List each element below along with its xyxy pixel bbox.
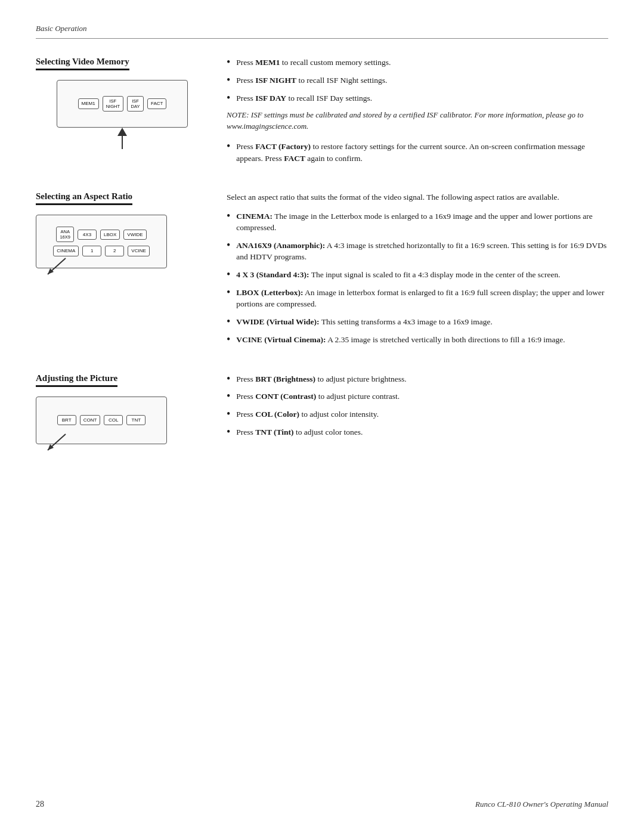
btn-isf-day: ISFDAY: [127, 96, 144, 112]
bullet-tnt-text: Press TNT (Tint) to adjust color tones.: [236, 426, 363, 438]
bullet-vwide: VWIDE (Virtual Wide): This setting trans…: [227, 316, 608, 328]
btn-2: 2: [105, 246, 124, 256]
page-header: Basic Operation: [36, 24, 608, 33]
bullet-cont-text: Press CONT (Contrast) to adjust picture …: [236, 391, 400, 402]
section-right-video-memory: Press MEM1 to recall custom memory setti…: [221, 57, 608, 170]
bullet-brt-text: Press BRT (Brightness) to adjust picture…: [236, 373, 406, 385]
bullet-cinema-text: CINEMA: The image in the Letterbox mode …: [236, 210, 608, 234]
bullet-col-text: Press COL (Color) to adjust color intens…: [236, 408, 379, 420]
section-left-aspect-ratio: Selecting an Aspect Ratio ANA16X9 4X3 LB…: [36, 191, 221, 351]
bullet-4x3-text: 4 X 3 (Standard 4:3): The input signal i…: [236, 269, 560, 281]
section-heading-video-memory: Selecting Video Memory: [36, 57, 129, 70]
note-isf: NOTE: ISF settings must be calibrated an…: [227, 110, 608, 132]
bullet-cinema: CINEMA: The image in the Letterbox mode …: [227, 210, 608, 234]
arrow-up-container: [117, 128, 127, 149]
bullet-fact-text: Press FACT (Factory) to restore factory …: [236, 141, 608, 164]
bullet-isf-day: Press ISF DAY to recall ISF Day settings…: [227, 92, 608, 104]
section-adjusting-picture: Adjusting the Picture BRT CONT COL TNT: [36, 373, 608, 444]
bullet-mem1: Press MEM1 to recall custom memory setti…: [227, 57, 608, 69]
btn-ana16x9: ANA16X9: [56, 227, 74, 242]
section-left-adjusting-picture: Adjusting the Picture BRT CONT COL TNT: [36, 373, 221, 444]
bullet-col: Press COL (Color) to adjust color intens…: [227, 408, 608, 420]
bullet-lbox-text: LBOX (Letterbox): An image in letterbox …: [236, 287, 608, 310]
bullet-isf-night: Press ISF NIGHT to recall ISF Night sett…: [227, 75, 608, 86]
btn-mem1: MEM1: [78, 98, 99, 109]
bullet-brt: Press BRT (Brightness) to adjust picture…: [227, 373, 608, 385]
bullet-lbox: LBOX (Letterbox): An image in letterbox …: [227, 287, 608, 310]
bullet-cont: Press CONT (Contrast) to adjust picture …: [227, 391, 608, 402]
section-aspect-ratio: Selecting an Aspect Ratio ANA16X9 4X3 LB…: [36, 191, 608, 351]
btn-isf-night: ISFNIGHT: [103, 96, 123, 112]
btn-lbox: LBOX: [100, 230, 120, 240]
bullet-tnt: Press TNT (Tint) to adjust color tones.: [227, 426, 608, 438]
bullet-vwide-text: VWIDE (Virtual Wide): This setting trans…: [236, 316, 493, 328]
bullet-ana16x9-text: ANA16X9 (Anamorphic): A 4:3 image is str…: [236, 240, 608, 263]
btn-vwide: VWIDE: [123, 230, 146, 240]
page: Basic Operation Selecting Video Memory M…: [0, 0, 644, 833]
diagram-container-video-memory: MEM1 ISFNIGHT ISFDAY FACT: [36, 78, 209, 149]
section-heading-aspect-ratio: Selecting an Aspect Ratio: [36, 191, 132, 205]
remote-diagram-video-memory: MEM1 ISFNIGHT ISFDAY FACT: [57, 80, 188, 128]
btn-vcine: VCINE: [128, 246, 149, 256]
btn-col: COL: [104, 415, 123, 426]
bullet-list-video-memory: Press MEM1 to recall custom memory setti…: [227, 57, 608, 104]
section-video-memory: Selecting Video Memory MEM1 ISFNIGHT ISF…: [36, 57, 608, 170]
btn-1: 1: [82, 246, 101, 256]
header-section-label: Basic Operation: [36, 24, 87, 33]
bullet-ana16x9: ANA16X9 (Anamorphic): A 4:3 image is str…: [227, 240, 608, 263]
btn-tnt: TNT: [126, 415, 145, 426]
page-footer: 28 Runco CL-810 Owner's Operating Manual: [36, 800, 608, 809]
arrow-line: [122, 136, 123, 149]
bullet-list-fact: Press FACT (Factory) to restore factory …: [227, 141, 608, 164]
bullet-vcine-text: VCINE (Virtual Cinema): A 2.35 image is …: [236, 334, 565, 346]
section-left-video-memory: Selecting Video Memory MEM1 ISFNIGHT ISF…: [36, 57, 221, 170]
page-number: 28: [36, 800, 44, 809]
bullet-fact: Press FACT (Factory) to restore factory …: [227, 141, 608, 164]
arrow-triangle-up: [117, 128, 127, 136]
section-right-adjusting-picture: Press BRT (Brightness) to adjust picture…: [221, 373, 608, 444]
diagonal-arrow-picture: [42, 431, 72, 455]
btn-brt: BRT: [57, 415, 76, 426]
bullet-list-aspect: CINEMA: The image in the Letterbox mode …: [227, 210, 608, 346]
bullet-vcine: VCINE (Virtual Cinema): A 2.35 image is …: [227, 334, 608, 346]
bullet-list-picture: Press BRT (Brightness) to adjust picture…: [227, 373, 608, 438]
btn-4x3: 4X3: [78, 230, 97, 240]
header-rule: [36, 38, 608, 39]
bullet-isf-night-text: Press ISF NIGHT to recall ISF Night sett…: [236, 75, 387, 86]
buttons-row-picture: BRT CONT COL TNT: [57, 415, 146, 426]
aspect-intro: Select an aspect ratio that suits the fo…: [227, 191, 608, 203]
bullet-isf-day-text: Press ISF DAY to recall ISF Day settings…: [236, 92, 372, 104]
bullet-4x3: 4 X 3 (Standard 4:3): The input signal i…: [227, 269, 608, 281]
section-heading-adjusting-picture: Adjusting the Picture: [36, 373, 117, 387]
section-right-aspect-ratio: Select an aspect ratio that suits the fo…: [221, 191, 608, 351]
diagonal-arrow-aspect: [42, 255, 72, 279]
bullet-mem1-text: Press MEM1 to recall custom memory setti…: [236, 57, 391, 69]
btn-cont: CONT: [80, 415, 101, 426]
footer-manual-title: Runco CL-810 Owner's Operating Manual: [475, 800, 608, 809]
buttons-row1-aspect: ANA16X9 4X3 LBOX VWIDE: [56, 227, 146, 242]
buttons-row-video-memory: MEM1 ISFNIGHT ISFDAY FACT: [78, 96, 167, 112]
diagram-wrapper-picture: BRT CONT COL TNT: [36, 394, 167, 444]
btn-fact: FACT: [147, 98, 166, 109]
diagram-wrapper-aspect: ANA16X9 4X3 LBOX VWIDE CINEMA 1 2 VCINE: [36, 212, 167, 268]
